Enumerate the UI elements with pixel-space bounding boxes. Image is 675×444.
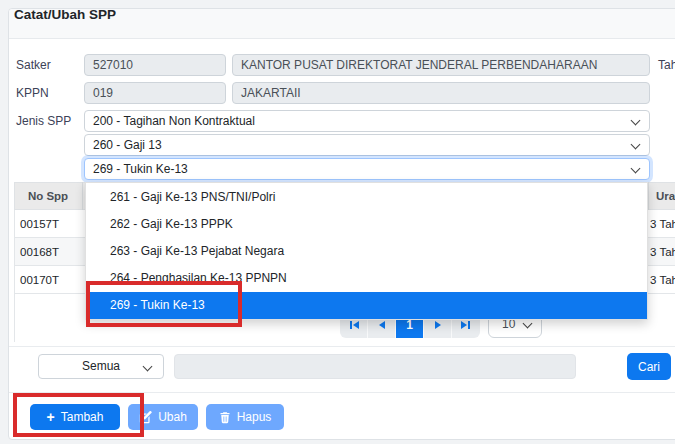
cell-no-spp: 00168T	[20, 238, 59, 266]
cell-no-spp: 00157T	[20, 210, 59, 238]
hapus-button[interactable]: Hapus	[206, 404, 284, 430]
chevron-down-icon	[631, 164, 641, 174]
satker-name-field: KANTOR PUSAT DIREKTORAT JENDERAL PERBEND…	[232, 54, 650, 76]
chevron-down-icon	[523, 319, 533, 329]
trash-icon	[219, 411, 231, 424]
tambah-button[interactable]: + Tambah	[30, 404, 120, 430]
tahun-label: Tahun	[658, 58, 675, 72]
search-filter-select[interactable]: Semua	[38, 354, 164, 379]
ubah-button[interactable]: Ubah	[128, 404, 198, 430]
cari-label: Cari	[638, 360, 660, 374]
dropdown-option-269-selected[interactable]: 269 - Tukin Ke-13	[86, 292, 647, 319]
dropdown-option-261[interactable]: 261 - Gaji Ke-13 PNS/TNI/Polri	[86, 184, 647, 211]
cell-no-spp: 00170T	[20, 266, 59, 294]
satker-code-field: 527010	[84, 54, 226, 76]
cell-uraian-fragment: 3 Tahun	[650, 210, 675, 238]
jenis-spp-level3-value: 269 - Tukin Ke-13	[93, 162, 188, 176]
search-input[interactable]	[174, 354, 576, 379]
section-divider	[9, 392, 675, 393]
page-title: Catat/Ubah SPP	[14, 7, 116, 22]
dropdown-option-264[interactable]: 264 - Penghasilan Ke-13 PPNPN	[86, 265, 647, 292]
jenis-spp-select-level3[interactable]: 269 - Tukin Ke-13	[84, 158, 650, 180]
edit-icon	[139, 411, 152, 424]
jenis-spp-label: Jenis SPP	[16, 114, 71, 128]
app-viewport: Catat/Ubah SPP Satker 527010 KANTOR PUSA…	[0, 0, 675, 444]
hapus-label: Hapus	[237, 410, 272, 424]
plus-icon: +	[47, 410, 55, 424]
kppn-code-field: 019	[84, 82, 226, 104]
section-divider	[9, 346, 675, 347]
dropdown-option-263[interactable]: 263 - Gaji Ke-13 Pejabat Negara	[86, 238, 647, 265]
last-page-icon	[461, 321, 467, 329]
dropdown-option-262[interactable]: 262 - Gaji Ke-13 PPPK	[86, 211, 647, 238]
kppn-label: KPPN	[16, 86, 49, 100]
column-header-uraian: Uraian	[656, 182, 675, 210]
jenis-spp-level1-value: 200 - Tagihan Non Kontraktual	[93, 114, 255, 128]
tambah-label: Tambah	[61, 410, 104, 424]
jenis-spp-select-level1[interactable]: 200 - Tagihan Non Kontraktual	[84, 110, 650, 132]
prev-page-icon	[379, 321, 385, 329]
table-left-border	[14, 210, 15, 342]
jenis-spp-level2-value: 260 - Gaji 13	[93, 138, 162, 152]
jenis-spp-dropdown-menu: 261 - Gaji Ke-13 PNS/TNI/Polri 262 - Gaj…	[85, 182, 648, 320]
chevron-down-icon	[631, 116, 641, 126]
ubah-label: Ubah	[158, 410, 187, 424]
cell-uraian-fragment: 3 Tahun	[650, 266, 675, 294]
chevron-down-icon	[631, 140, 641, 150]
chevron-down-icon	[143, 362, 153, 372]
cell-uraian-fragment: 3 Tahun	[650, 238, 675, 266]
first-page-icon	[350, 321, 352, 329]
jenis-spp-select-level2[interactable]: 260 - Gaji 13	[84, 134, 650, 156]
cari-button[interactable]: Cari	[627, 353, 671, 380]
kppn-name-field: JAKARTAII	[232, 82, 650, 104]
search-filter-value: Semua	[82, 359, 120, 373]
satker-label: Satker	[16, 58, 51, 72]
column-header-no-spp: No Spp	[14, 182, 82, 210]
next-page-icon	[435, 321, 441, 329]
